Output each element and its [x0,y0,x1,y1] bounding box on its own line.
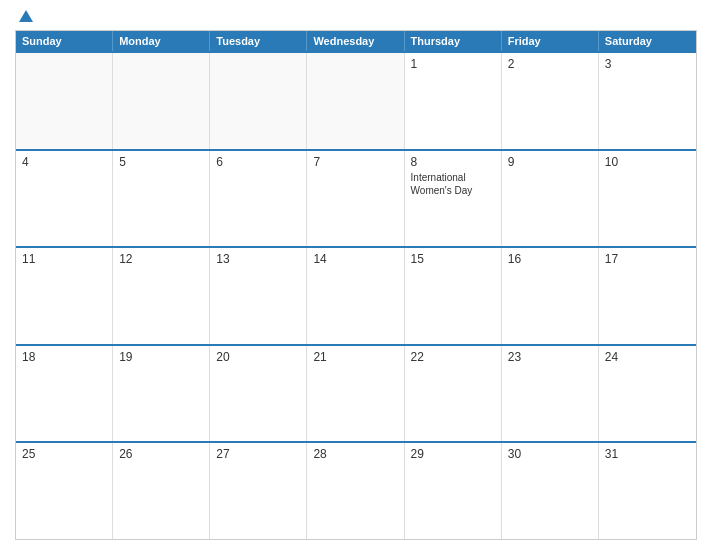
calendar-cell: 26 [113,443,210,539]
day-number: 13 [216,252,300,266]
calendar-cell: 30 [502,443,599,539]
weekday-header-friday: Friday [502,31,599,51]
calendar-header-row: SundayMondayTuesdayWednesdayThursdayFrid… [16,31,696,51]
day-number: 26 [119,447,203,461]
calendar-row-0: 123 [16,51,696,149]
calendar-cell [307,53,404,149]
day-number: 12 [119,252,203,266]
day-number: 22 [411,350,495,364]
calendar-cell: 6 [210,151,307,247]
calendar-cell: 27 [210,443,307,539]
day-number: 30 [508,447,592,461]
weekday-header-saturday: Saturday [599,31,696,51]
weekday-header-thursday: Thursday [405,31,502,51]
calendar-cell: 28 [307,443,404,539]
calendar-row-3: 18192021222324 [16,344,696,442]
calendar-body: 12345678International Women's Day9101112… [16,51,696,539]
logo [15,10,35,22]
day-number: 15 [411,252,495,266]
calendar-cell: 29 [405,443,502,539]
calendar-page: SundayMondayTuesdayWednesdayThursdayFrid… [0,0,712,550]
calendar-cell: 23 [502,346,599,442]
page-header [15,10,697,22]
weekday-header-monday: Monday [113,31,210,51]
calendar-row-1: 45678International Women's Day910 [16,149,696,247]
calendar-cell: 8International Women's Day [405,151,502,247]
day-number: 6 [216,155,300,169]
calendar-cell: 17 [599,248,696,344]
calendar-cell [16,53,113,149]
day-number: 24 [605,350,690,364]
day-number: 19 [119,350,203,364]
calendar-cell: 3 [599,53,696,149]
calendar-cell: 20 [210,346,307,442]
day-number: 10 [605,155,690,169]
day-number: 8 [411,155,495,169]
calendar-cell: 15 [405,248,502,344]
calendar-cell: 2 [502,53,599,149]
logo-triangle-icon [19,10,33,22]
calendar-cell: 18 [16,346,113,442]
day-number: 3 [605,57,690,71]
calendar-cell [210,53,307,149]
calendar-cell: 14 [307,248,404,344]
day-number: 29 [411,447,495,461]
day-number: 5 [119,155,203,169]
day-number: 23 [508,350,592,364]
day-number: 7 [313,155,397,169]
calendar-cell: 1 [405,53,502,149]
calendar-cell: 16 [502,248,599,344]
day-number: 9 [508,155,592,169]
calendar-row-2: 11121314151617 [16,246,696,344]
day-number: 4 [22,155,106,169]
day-number: 1 [411,57,495,71]
weekday-header-tuesday: Tuesday [210,31,307,51]
calendar-cell: 12 [113,248,210,344]
day-number: 14 [313,252,397,266]
calendar-cell: 11 [16,248,113,344]
day-number: 17 [605,252,690,266]
calendar-cell: 5 [113,151,210,247]
day-number: 2 [508,57,592,71]
calendar-cell: 10 [599,151,696,247]
day-number: 31 [605,447,690,461]
calendar-grid: SundayMondayTuesdayWednesdayThursdayFrid… [15,30,697,540]
calendar-cell: 22 [405,346,502,442]
calendar-cell: 21 [307,346,404,442]
day-number: 16 [508,252,592,266]
weekday-header-wednesday: Wednesday [307,31,404,51]
calendar-cell: 9 [502,151,599,247]
calendar-cell: 4 [16,151,113,247]
calendar-cell: 7 [307,151,404,247]
calendar-cell: 19 [113,346,210,442]
day-number: 25 [22,447,106,461]
weekday-header-sunday: Sunday [16,31,113,51]
calendar-event: International Women's Day [411,171,495,197]
day-number: 27 [216,447,300,461]
day-number: 11 [22,252,106,266]
day-number: 18 [22,350,106,364]
calendar-cell [113,53,210,149]
day-number: 21 [313,350,397,364]
day-number: 28 [313,447,397,461]
day-number: 20 [216,350,300,364]
calendar-cell: 24 [599,346,696,442]
calendar-cell: 13 [210,248,307,344]
calendar-row-4: 25262728293031 [16,441,696,539]
calendar-cell: 25 [16,443,113,539]
calendar-cell: 31 [599,443,696,539]
